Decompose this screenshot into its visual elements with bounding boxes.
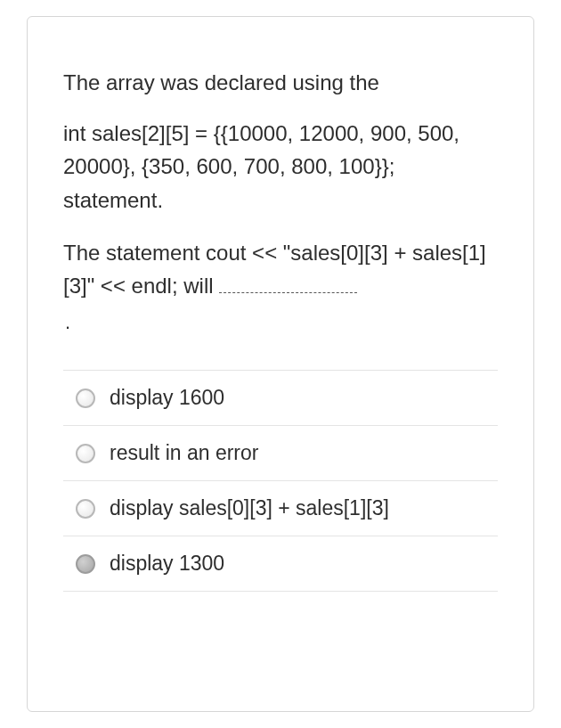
options-list: display 1600 result in an error display … — [63, 370, 498, 592]
option-row-1[interactable]: display 1600 — [63, 370, 498, 425]
radio-icon-selected[interactable] — [76, 554, 95, 574]
option-label: display sales[0][3] + sales[1][3] — [110, 496, 389, 520]
option-label: display 1600 — [110, 386, 224, 410]
option-row-2[interactable]: result in an error — [63, 425, 498, 480]
dot-text: . — [63, 311, 498, 334]
question-line-1: The array was declared using the — [63, 66, 498, 99]
radio-icon[interactable] — [76, 444, 95, 463]
question-line-2: int sales[2][5] = {{10000, 12000, 900, 5… — [63, 117, 498, 217]
option-row-3[interactable]: display sales[0][3] + sales[1][3] — [63, 480, 498, 536]
option-label: result in an error — [110, 441, 258, 465]
radio-icon[interactable] — [76, 499, 95, 519]
question-line-3: The statement cout << "sales[0][3] + sal… — [63, 236, 498, 302]
radio-icon[interactable] — [76, 389, 95, 408]
fill-blank — [219, 274, 357, 293]
option-label: display 1300 — [110, 552, 224, 576]
question-card: The array was declared using the int sal… — [27, 16, 534, 712]
option-row-4[interactable]: display 1300 — [63, 536, 498, 592]
